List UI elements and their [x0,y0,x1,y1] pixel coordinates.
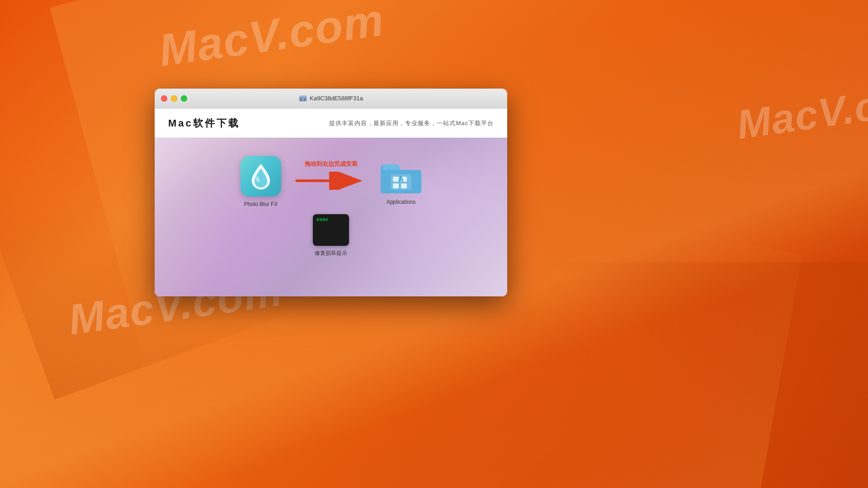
exec-text-label: exec [316,217,328,222]
svg-rect-1 [299,96,307,98]
svg-rect-11 [393,183,399,188]
exec-row: exec 修复损坏提示 [313,214,349,257]
header-subtitle: 提供丰富内容，最新应用，专业服务，一站式Mac下载平台 [329,119,494,127]
svg-point-4 [302,99,303,100]
exec-description-label: 修复损坏提示 [315,249,347,257]
desktop: MacV.com MacV.com MacV.co Ka9C38dE588fF3… [0,0,868,488]
install-row: Photo Blur FX 拖动到右边完成安装 [155,156,507,207]
arrow-area: 拖动到右边完成安装 [295,160,367,203]
applications-folder-wrapper[interactable]: A Applications [381,158,421,205]
title-bar: Ka9C38dE588fF31a [155,89,507,108]
desktop-shape-5 [552,262,868,488]
install-hint-label: 拖动到右边完成安装 [305,160,358,168]
drop-icon [249,162,273,190]
dmg-area: Photo Blur FX 拖动到右边完成安装 [155,138,507,296]
window-content: Mac软件下载 提供丰富内容，最新应用，专业服务，一站式Mac下载平台 [155,108,507,296]
window-title-area: Ka9C38dE588fF31a [299,94,363,103]
app-icon [241,156,281,197]
app-icon-wrapper[interactable]: Photo Blur FX [241,156,281,207]
header-title: Mac软件下载 [168,117,240,130]
dmg-content: Photo Blur FX 拖动到右边完成安装 [155,138,507,266]
exec-icon[interactable]: exec [313,214,349,246]
install-arrow-icon [295,172,367,190]
maximize-button[interactable] [181,95,187,102]
traffic-lights [161,95,187,102]
applications-folder-icon: A [381,158,421,194]
svg-text:A: A [398,175,404,183]
close-button[interactable] [161,95,167,102]
svg-rect-12 [401,183,407,188]
applications-label: Applications [387,199,416,205]
window-header: Mac软件下载 提供丰富内容，最新应用，专业服务，一站式Mac下载平台 [155,108,507,138]
disk-icon [299,94,307,103]
installer-window: Ka9C38dE588fF31a Mac软件下载 提供丰富内容，最新应用，专业服… [155,89,507,296]
minimize-button[interactable] [171,95,177,102]
svg-rect-9 [393,177,399,182]
window-title: Ka9C38dE588fF31a [310,95,363,102]
app-name-label: Photo Blur FX [244,201,278,207]
